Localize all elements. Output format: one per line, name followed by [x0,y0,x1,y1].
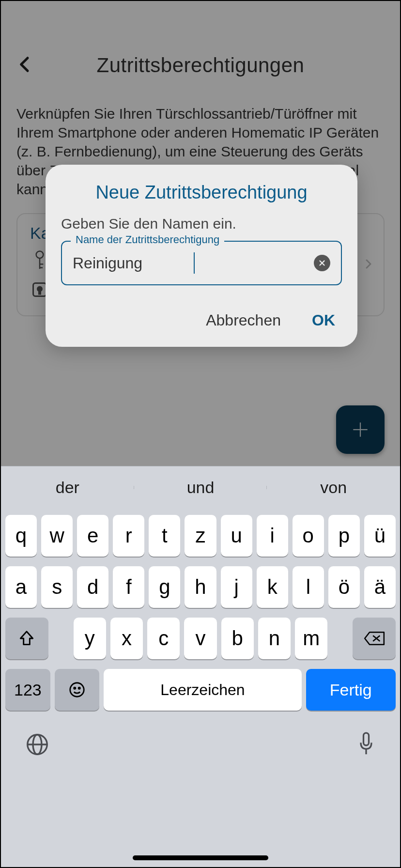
key-d[interactable]: d [77,566,108,608]
dialog-subtitle: Geben Sie den Namen ein. [61,216,342,232]
key-s[interactable]: s [41,566,73,608]
home-indicator [133,855,268,860]
key-i[interactable]: i [257,515,288,557]
key-r[interactable]: r [113,515,144,557]
key-l[interactable]: l [293,566,324,608]
key-ü[interactable]: ü [364,515,396,557]
cancel-button[interactable]: Abbrechen [206,311,281,329]
key-y[interactable]: y [74,618,106,659]
key-p[interactable]: p [328,515,360,557]
key-w[interactable]: w [41,515,73,557]
globe-icon[interactable] [24,731,50,760]
suggestion[interactable]: und [134,478,267,497]
name-input[interactable]: Reinigung [73,254,192,272]
suggestion[interactable]: der [1,478,134,497]
key-n[interactable]: n [258,618,291,659]
field-label: Name der Zutrittsberechtigung [71,233,224,246]
new-permission-dialog: Neue Zutrittsberechtigung Geben Sie den … [46,165,357,347]
key-j[interactable]: j [221,566,252,608]
space-key[interactable]: Leerzeichen [104,669,301,711]
key-u[interactable]: u [221,515,252,557]
numbers-key[interactable]: 123 [5,669,50,711]
key-ö[interactable]: ö [328,566,360,608]
suggestion[interactable]: von [267,478,400,497]
key-o[interactable]: o [293,515,324,557]
shift-key[interactable] [5,618,48,659]
key-h[interactable]: h [185,566,216,608]
emoji-key[interactable] [55,669,100,711]
mic-icon[interactable] [355,731,377,760]
svg-point-13 [70,683,84,697]
key-k[interactable]: k [257,566,288,608]
done-key[interactable]: Fertig [306,669,396,711]
svg-point-15 [78,687,80,689]
backspace-key[interactable] [353,618,396,659]
svg-point-14 [74,687,76,689]
key-t[interactable]: t [149,515,180,557]
key-f[interactable]: f [113,566,144,608]
key-e[interactable]: e [77,515,108,557]
key-x[interactable]: x [110,618,143,659]
key-c[interactable]: c [147,618,180,659]
dialog-title: Neue Zutrittsberechtigung [61,182,342,203]
key-v[interactable]: v [184,618,216,659]
ok-button[interactable]: OK [312,311,335,329]
clear-input-button[interactable] [314,255,330,271]
key-b[interactable]: b [221,618,254,659]
key-g[interactable]: g [149,566,180,608]
name-field[interactable]: Reinigung [61,241,342,285]
key-m[interactable]: m [295,618,327,659]
svg-rect-19 [364,733,369,745]
key-z[interactable]: z [185,515,216,557]
keyboard: der und von qwertzuiopü asdfghjklöä yxcv… [1,466,400,867]
key-ä[interactable]: ä [364,566,396,608]
key-a[interactable]: a [5,566,37,608]
key-q[interactable]: q [5,515,37,557]
